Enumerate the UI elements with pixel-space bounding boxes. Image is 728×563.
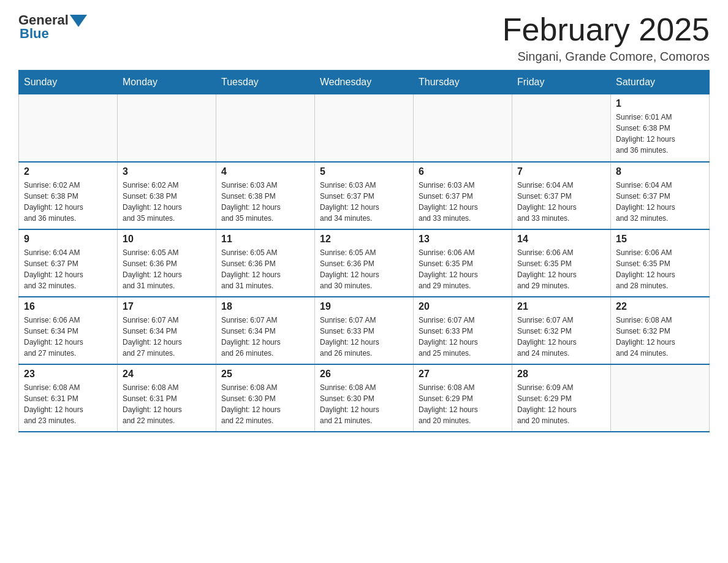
day-info: Sunrise: 6:07 AM Sunset: 6:34 PM Dayligh… (221, 315, 309, 359)
day-number: 2 (24, 166, 112, 177)
calendar-cell: 25Sunrise: 6:08 AM Sunset: 6:30 PM Dayli… (216, 364, 315, 432)
calendar-cell: 4Sunrise: 6:03 AM Sunset: 6:38 PM Daylig… (216, 162, 315, 229)
day-info: Sunrise: 6:08 AM Sunset: 6:29 PM Dayligh… (419, 382, 507, 426)
day-info: Sunrise: 6:04 AM Sunset: 6:37 PM Dayligh… (517, 180, 605, 224)
day-number: 23 (24, 369, 112, 380)
weekday-header-thursday: Thursday (414, 71, 512, 94)
day-info: Sunrise: 6:05 AM Sunset: 6:36 PM Dayligh… (320, 247, 408, 291)
day-number: 21 (517, 301, 605, 312)
day-info: Sunrise: 6:07 AM Sunset: 6:33 PM Dayligh… (320, 315, 408, 359)
day-info: Sunrise: 6:03 AM Sunset: 6:37 PM Dayligh… (419, 180, 507, 224)
day-info: Sunrise: 6:03 AM Sunset: 6:38 PM Dayligh… (221, 180, 309, 224)
day-number: 8 (616, 166, 704, 177)
day-number: 18 (221, 301, 309, 312)
day-number: 24 (123, 369, 211, 380)
calendar-cell: 11Sunrise: 6:05 AM Sunset: 6:36 PM Dayli… (216, 229, 315, 297)
calendar-cell: 20Sunrise: 6:07 AM Sunset: 6:33 PM Dayli… (414, 297, 512, 364)
calendar-cell: 1Sunrise: 6:01 AM Sunset: 6:38 PM Daylig… (611, 94, 710, 162)
day-info: Sunrise: 6:08 AM Sunset: 6:30 PM Dayligh… (221, 382, 309, 426)
calendar-cell: 22Sunrise: 6:08 AM Sunset: 6:32 PM Dayli… (611, 297, 710, 364)
weekday-header-tuesday: Tuesday (216, 71, 315, 94)
calendar-cell: 21Sunrise: 6:07 AM Sunset: 6:32 PM Dayli… (512, 297, 611, 364)
day-info: Sunrise: 6:06 AM Sunset: 6:35 PM Dayligh… (616, 247, 704, 291)
day-number: 15 (616, 234, 704, 245)
day-number: 1 (616, 98, 704, 109)
weekday-header-friday: Friday (512, 71, 611, 94)
day-number: 14 (517, 234, 605, 245)
day-info: Sunrise: 6:07 AM Sunset: 6:33 PM Dayligh… (419, 315, 507, 359)
day-number: 22 (616, 301, 704, 312)
calendar-cell: 6Sunrise: 6:03 AM Sunset: 6:37 PM Daylig… (414, 162, 512, 229)
day-number: 9 (24, 234, 112, 245)
calendar-cell: 23Sunrise: 6:08 AM Sunset: 6:31 PM Dayli… (19, 364, 118, 432)
weekday-header-monday: Monday (118, 71, 216, 94)
header-right: February 2025 Singani, Grande Comore, Co… (502, 12, 710, 64)
calendar-cell: 10Sunrise: 6:05 AM Sunset: 6:36 PM Dayli… (118, 229, 216, 297)
calendar-cell (414, 94, 512, 162)
day-info: Sunrise: 6:02 AM Sunset: 6:38 PM Dayligh… (123, 180, 211, 224)
calendar-cell: 14Sunrise: 6:06 AM Sunset: 6:35 PM Dayli… (512, 229, 611, 297)
day-number: 25 (221, 369, 309, 380)
calendar-week-row: 2Sunrise: 6:02 AM Sunset: 6:38 PM Daylig… (19, 162, 710, 229)
calendar-header: SundayMondayTuesdayWednesdayThursdayFrid… (19, 71, 710, 94)
day-info: Sunrise: 6:03 AM Sunset: 6:37 PM Dayligh… (320, 180, 408, 224)
weekday-header-saturday: Saturday (611, 71, 710, 94)
day-info: Sunrise: 6:08 AM Sunset: 6:31 PM Dayligh… (24, 382, 112, 426)
logo-blue-text: Blue (20, 26, 49, 42)
day-number: 13 (419, 234, 507, 245)
day-number: 19 (320, 301, 408, 312)
day-info: Sunrise: 6:01 AM Sunset: 6:38 PM Dayligh… (616, 112, 704, 156)
calendar-cell: 8Sunrise: 6:04 AM Sunset: 6:37 PM Daylig… (611, 162, 710, 229)
calendar-cell: 5Sunrise: 6:03 AM Sunset: 6:37 PM Daylig… (315, 162, 414, 229)
day-number: 27 (419, 369, 507, 380)
calendar-cell (118, 94, 216, 162)
calendar-body: 1Sunrise: 6:01 AM Sunset: 6:38 PM Daylig… (19, 94, 710, 432)
calendar-cell: 2Sunrise: 6:02 AM Sunset: 6:38 PM Daylig… (19, 162, 118, 229)
calendar-week-row: 9Sunrise: 6:04 AM Sunset: 6:37 PM Daylig… (19, 229, 710, 297)
day-info: Sunrise: 6:08 AM Sunset: 6:30 PM Dayligh… (320, 382, 408, 426)
calendar-week-row: 23Sunrise: 6:08 AM Sunset: 6:31 PM Dayli… (19, 364, 710, 432)
calendar-cell (315, 94, 414, 162)
day-number: 11 (221, 234, 309, 245)
calendar-cell: 3Sunrise: 6:02 AM Sunset: 6:38 PM Daylig… (118, 162, 216, 229)
calendar-table: SundayMondayTuesdayWednesdayThursdayFrid… (18, 70, 710, 432)
day-info: Sunrise: 6:05 AM Sunset: 6:36 PM Dayligh… (123, 247, 211, 291)
calendar-week-row: 1Sunrise: 6:01 AM Sunset: 6:38 PM Daylig… (19, 94, 710, 162)
day-number: 26 (320, 369, 408, 380)
day-info: Sunrise: 6:05 AM Sunset: 6:36 PM Dayligh… (221, 247, 309, 291)
calendar-subtitle: Singani, Grande Comore, Comoros (502, 50, 710, 64)
day-info: Sunrise: 6:09 AM Sunset: 6:29 PM Dayligh… (517, 382, 605, 426)
weekday-header-wednesday: Wednesday (315, 71, 414, 94)
day-info: Sunrise: 6:08 AM Sunset: 6:31 PM Dayligh… (123, 382, 211, 426)
day-number: 17 (123, 301, 211, 312)
calendar-cell: 15Sunrise: 6:06 AM Sunset: 6:35 PM Dayli… (611, 229, 710, 297)
calendar-cell: 18Sunrise: 6:07 AM Sunset: 6:34 PM Dayli… (216, 297, 315, 364)
calendar-cell: 27Sunrise: 6:08 AM Sunset: 6:29 PM Dayli… (414, 364, 512, 432)
day-number: 4 (221, 166, 309, 177)
calendar-cell: 16Sunrise: 6:06 AM Sunset: 6:34 PM Dayli… (19, 297, 118, 364)
day-info: Sunrise: 6:08 AM Sunset: 6:32 PM Dayligh… (616, 315, 704, 359)
day-number: 6 (419, 166, 507, 177)
calendar-cell: 17Sunrise: 6:07 AM Sunset: 6:34 PM Dayli… (118, 297, 216, 364)
page-header: General Blue February 2025 Singani, Gran… (18, 12, 710, 64)
day-number: 16 (24, 301, 112, 312)
day-info: Sunrise: 6:07 AM Sunset: 6:32 PM Dayligh… (517, 315, 605, 359)
calendar-cell: 28Sunrise: 6:09 AM Sunset: 6:29 PM Dayli… (512, 364, 611, 432)
weekday-header-sunday: Sunday (19, 71, 118, 94)
day-info: Sunrise: 6:02 AM Sunset: 6:38 PM Dayligh… (24, 180, 112, 224)
calendar-cell: 13Sunrise: 6:06 AM Sunset: 6:35 PM Dayli… (414, 229, 512, 297)
calendar-week-row: 16Sunrise: 6:06 AM Sunset: 6:34 PM Dayli… (19, 297, 710, 364)
calendar-cell: 9Sunrise: 6:04 AM Sunset: 6:37 PM Daylig… (19, 229, 118, 297)
logo: General Blue (18, 12, 87, 42)
calendar-cell: 7Sunrise: 6:04 AM Sunset: 6:37 PM Daylig… (512, 162, 611, 229)
logo-triangle-icon (70, 15, 87, 27)
day-number: 5 (320, 166, 408, 177)
day-info: Sunrise: 6:07 AM Sunset: 6:34 PM Dayligh… (123, 315, 211, 359)
day-number: 7 (517, 166, 605, 177)
calendar-cell (611, 364, 710, 432)
weekday-header-row: SundayMondayTuesdayWednesdayThursdayFrid… (19, 71, 710, 94)
day-info: Sunrise: 6:06 AM Sunset: 6:34 PM Dayligh… (24, 315, 112, 359)
calendar-title: February 2025 (502, 12, 710, 47)
day-number: 3 (123, 166, 211, 177)
calendar-cell: 19Sunrise: 6:07 AM Sunset: 6:33 PM Dayli… (315, 297, 414, 364)
